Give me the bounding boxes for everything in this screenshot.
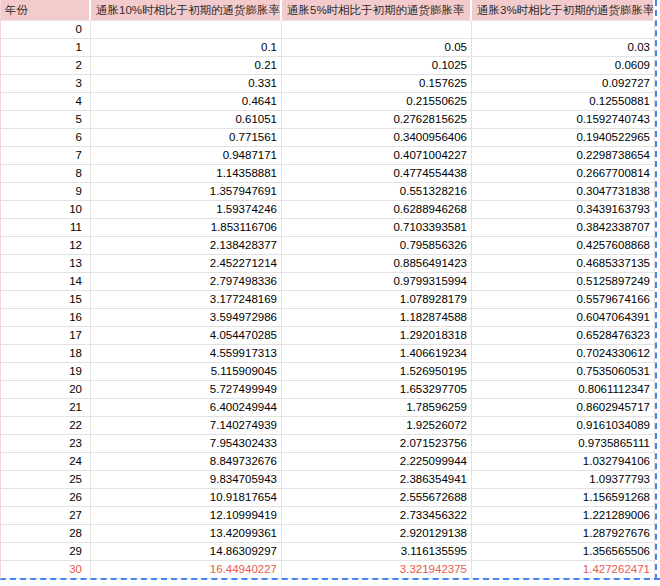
cell-v3[interactable]: 0.5579674166 <box>472 291 655 309</box>
cell-v5[interactable]: 0.05 <box>282 39 472 57</box>
cell-year[interactable]: 3 <box>0 75 91 93</box>
column-header-inflation-5[interactable]: 通胀5%时相比于初期的通货膨胀率 <box>282 0 472 21</box>
cell-v5[interactable]: 0.21550625 <box>282 93 472 111</box>
cell-year[interactable]: 21 <box>0 399 91 417</box>
cell-v5[interactable]: 3.321942375 <box>282 561 472 579</box>
cell-v3[interactable]: 0.7535060531 <box>472 363 655 381</box>
cell-year[interactable]: 5 <box>0 111 91 129</box>
cell-year[interactable]: 4 <box>0 93 91 111</box>
cell-year[interactable]: 2 <box>0 57 91 75</box>
cell-v3[interactable]: 0.6528476323 <box>472 327 655 345</box>
cell-v10[interactable]: 0.21 <box>91 57 282 75</box>
cell-v5[interactable]: 0.795856326 <box>282 237 472 255</box>
cell-year[interactable]: 28 <box>0 525 91 543</box>
cell-year[interactable]: 17 <box>0 327 91 345</box>
cell-v10[interactable]: 4.054470285 <box>91 327 282 345</box>
cell-v10[interactable]: 0.9487171 <box>91 147 282 165</box>
cell-v5[interactable]: 2.071523756 <box>282 435 472 453</box>
cell-v5[interactable]: 2.733456322 <box>282 507 472 525</box>
cell-year[interactable]: 24 <box>0 453 91 471</box>
cell-v5[interactable]: 0.551328216 <box>282 183 472 201</box>
cell-v10[interactable]: 16.44940227 <box>91 561 282 579</box>
cell-year[interactable]: 7 <box>0 147 91 165</box>
cell-v3[interactable]: 0.3047731838 <box>472 183 655 201</box>
cell-v3[interactable]: 0.12550881 <box>472 93 655 111</box>
cell-v3[interactable]: 0.1940522965 <box>472 129 655 147</box>
cell-v3[interactable] <box>472 21 655 39</box>
cell-v10[interactable]: 0.771561 <box>91 129 282 147</box>
cell-year[interactable]: 8 <box>0 165 91 183</box>
cell-v5[interactable]: 0.4071004227 <box>282 147 472 165</box>
cell-v5[interactable]: 0.1025 <box>282 57 472 75</box>
cell-v10[interactable]: 1.14358881 <box>91 165 282 183</box>
cell-v3[interactable]: 0.2667700814 <box>472 165 655 183</box>
cell-year[interactable]: 11 <box>0 219 91 237</box>
cell-v3[interactable]: 0.7024330612 <box>472 345 655 363</box>
cell-year[interactable]: 15 <box>0 291 91 309</box>
cell-v3[interactable]: 0.8061112347 <box>472 381 655 399</box>
cell-v3[interactable]: 0.3842338707 <box>472 219 655 237</box>
cell-v10[interactable]: 3.177248169 <box>91 291 282 309</box>
cell-v3[interactable]: 0.2298738654 <box>472 147 655 165</box>
cell-v10[interactable]: 14.86309297 <box>91 543 282 561</box>
cell-v10[interactable]: 2.138428377 <box>91 237 282 255</box>
cell-v5[interactable]: 1.406619234 <box>282 345 472 363</box>
cell-year[interactable]: 27 <box>0 507 91 525</box>
column-header-year[interactable]: 年份 <box>0 0 91 21</box>
cell-v3[interactable]: 0.9735865111 <box>472 435 655 453</box>
cell-v10[interactable]: 13.42099361 <box>91 525 282 543</box>
cell-year[interactable]: 19 <box>0 363 91 381</box>
cell-v10[interactable]: 2.797498336 <box>91 273 282 291</box>
cell-v10[interactable]: 0.4641 <box>91 93 282 111</box>
cell-v5[interactable]: 1.182874588 <box>282 309 472 327</box>
cell-year[interactable]: 30 <box>0 561 91 579</box>
cell-year[interactable]: 10 <box>0 201 91 219</box>
cell-v5[interactable]: 0.3400956406 <box>282 129 472 147</box>
cell-v5[interactable]: 2.920129138 <box>282 525 472 543</box>
cell-v10[interactable]: 4.559917313 <box>91 345 282 363</box>
cell-v3[interactable]: 0.9161034089 <box>472 417 655 435</box>
cell-v10[interactable]: 9.834705943 <box>91 471 282 489</box>
cell-v10[interactable]: 7.954302433 <box>91 435 282 453</box>
column-header-inflation-10[interactable]: 通胀10%时相比于初期的通货膨胀率 <box>91 0 282 21</box>
cell-year[interactable]: 9 <box>0 183 91 201</box>
cell-v10[interactable] <box>91 21 282 39</box>
cell-v3[interactable]: 0.4685337135 <box>472 255 655 273</box>
cell-v5[interactable]: 0.7103393581 <box>282 219 472 237</box>
cell-v3[interactable]: 1.221289006 <box>472 507 655 525</box>
cell-v10[interactable]: 1.853116706 <box>91 219 282 237</box>
cell-v5[interactable]: 2.555672688 <box>282 489 472 507</box>
cell-v3[interactable]: 0.03 <box>472 39 655 57</box>
cell-v3[interactable]: 1.032794106 <box>472 453 655 471</box>
cell-v3[interactable]: 1.287927676 <box>472 525 655 543</box>
cell-year[interactable]: 18 <box>0 345 91 363</box>
cell-v3[interactable]: 0.092727 <box>472 75 655 93</box>
cell-year[interactable]: 6 <box>0 129 91 147</box>
cell-v10[interactable]: 6.400249944 <box>91 399 282 417</box>
cell-v10[interactable]: 12.10999419 <box>91 507 282 525</box>
cell-v5[interactable]: 1.92526072 <box>282 417 472 435</box>
cell-v5[interactable]: 0.157625 <box>282 75 472 93</box>
cell-v5[interactable]: 0.4774554438 <box>282 165 472 183</box>
column-header-inflation-3[interactable]: 通胀3%时相比于初期的通货膨胀率 <box>472 0 655 21</box>
cell-v5[interactable]: 1.526950195 <box>282 363 472 381</box>
cell-v5[interactable]: 1.78596259 <box>282 399 472 417</box>
cell-v10[interactable]: 1.59374246 <box>91 201 282 219</box>
cell-year[interactable]: 29 <box>0 543 91 561</box>
cell-v3[interactable]: 0.3439163793 <box>472 201 655 219</box>
cell-v3[interactable]: 1.09377793 <box>472 471 655 489</box>
cell-year[interactable]: 1 <box>0 39 91 57</box>
cell-v5[interactable]: 0.2762815625 <box>282 111 472 129</box>
cell-v5[interactable]: 1.653297705 <box>282 381 472 399</box>
cell-v5[interactable] <box>282 21 472 39</box>
cell-v10[interactable]: 0.331 <box>91 75 282 93</box>
cell-year[interactable]: 12 <box>0 237 91 255</box>
cell-v10[interactable]: 5.115909045 <box>91 363 282 381</box>
cell-v5[interactable]: 0.9799315994 <box>282 273 472 291</box>
cell-v5[interactable]: 0.8856491423 <box>282 255 472 273</box>
cell-v10[interactable]: 8.849732676 <box>91 453 282 471</box>
cell-year[interactable]: 0 <box>0 21 91 39</box>
cell-v10[interactable]: 0.1 <box>91 39 282 57</box>
cell-year[interactable]: 22 <box>0 417 91 435</box>
cell-year[interactable]: 25 <box>0 471 91 489</box>
